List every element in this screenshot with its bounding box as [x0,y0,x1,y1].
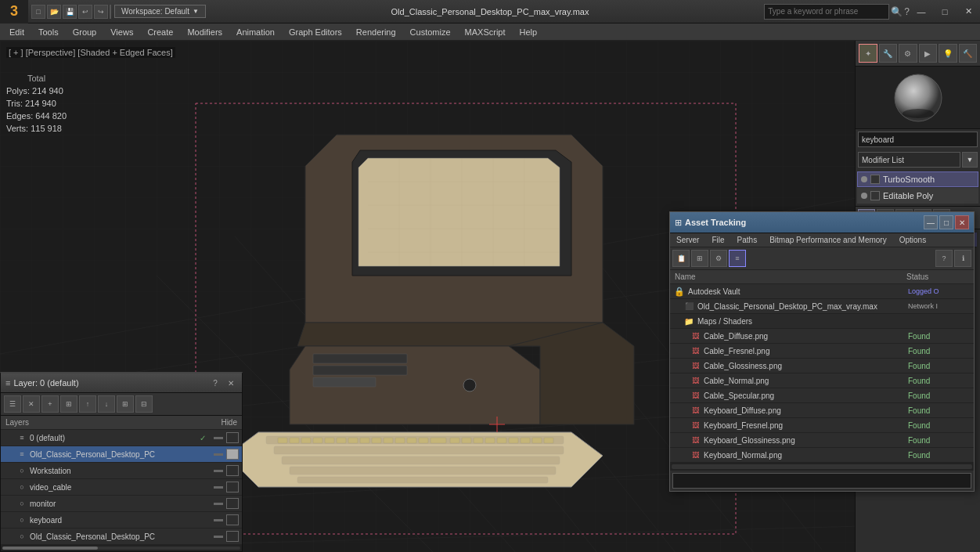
layer-item[interactable]: ○video_cable [1,479,242,496]
at-path-input-area [670,471,974,491]
layer-menu-btn[interactable]: ☰ [4,395,21,413]
layer-item-box[interactable] [226,531,239,542]
layer-item[interactable]: ≡0 (default)✓ [1,430,242,446]
at-menu-server[interactable]: Server [670,233,705,247]
layer-item-hide[interactable] [211,486,226,489]
layer-select-btn[interactable]: ⊞ [60,395,77,413]
at-list-item[interactable]: ⬛Old_Classic_Personal_Desktop_PC_max_vra… [670,299,974,314]
menu-item-graph-editors[interactable]: Graph Editors [283,23,348,41]
layer-help-btn[interactable]: ? [209,377,222,389]
open-btn[interactable]: 📂 [47,5,61,19]
layer-item-hide[interactable] [211,503,226,505]
layer-item-box[interactable] [226,498,239,509]
layer-item[interactable]: ○Old_Classic_Personal_Desktop_PC [1,529,242,545]
close-button[interactable]: ✕ [957,0,980,23]
menu-item-create[interactable]: Create [141,23,179,41]
create-tab[interactable]: ✦ [859,44,877,63]
layer-move-up-btn[interactable]: ↑ [79,395,96,413]
menu-item-customize[interactable]: Customize [404,23,457,41]
at-btn-3[interactable]: ⚙ [710,250,727,267]
at-path-input[interactable] [672,473,971,489]
maximize-button[interactable]: □ [933,0,957,23]
search-icon[interactable]: 🔍 [891,6,903,17]
at-close-btn[interactable]: ✕ [955,215,969,229]
at-menu-file[interactable]: File [705,233,730,247]
layer-item[interactable]: ○keyboard [1,512,242,529]
at-scrollbar[interactable] [670,463,974,471]
layer-item-hide[interactable] [211,470,226,472]
help-icon[interactable]: ? [904,6,910,17]
at-list-item[interactable]: 🖼Keyboard_Glossiness.pngFound [670,433,974,448]
at-btn-4[interactable]: ≡ [729,250,746,267]
at-list-item[interactable]: 🖼Keyboard_Fresnel.pngFound [670,418,974,433]
modifier-list-label[interactable]: Modifier List [858,152,960,168]
menu-item-group[interactable]: Group [67,23,103,41]
at-info-btn[interactable]: ℹ [954,250,971,267]
at-menu-paths[interactable]: Paths [731,233,764,247]
layer-expand-btn[interactable]: ⊞ [117,395,134,413]
at-list-item[interactable]: 🖼Cable_Diffuse.pngFound [670,329,974,344]
workspace-button[interactable]: Workspace: Default [114,5,206,18]
at-help-btn[interactable]: ? [935,250,953,267]
modifier-enable-checkbox[interactable] [870,191,880,200]
layer-item-box[interactable] [226,514,239,525]
at-list-item[interactable]: 📁Maps / Shaders [670,314,974,329]
menu-item-tools[interactable]: Tools [32,23,65,41]
layer-item[interactable]: ≡Old_Classic_Personal_Desktop_PC [1,446,242,463]
at-list-item[interactable]: 🖼Cable_Specular.pngFound [670,388,974,403]
new-btn[interactable]: □ [31,5,45,19]
menu-item-rendering[interactable]: Rendering [350,23,402,41]
layer-collapse-btn[interactable]: ⊟ [135,395,153,413]
layer-item-hide[interactable] [211,437,226,439]
utilities-tab[interactable]: 🔨 [959,44,978,63]
modifier-turbosmooth[interactable]: TurboSmooth [857,171,978,187]
at-list-item[interactable]: 🔒Autodesk VaultLogged O [670,284,974,299]
at-list-item[interactable]: 🖼Keyboard_Normal.pngFound [670,448,974,463]
at-list-item[interactable]: 🖼Cable_Normal.pngFound [670,373,974,388]
layer-item-hide[interactable] [211,519,226,521]
layer-delete-btn[interactable]: ✕ [23,395,40,413]
display-tab[interactable]: 💡 [939,44,957,63]
layer-item-hide[interactable] [211,536,226,538]
layer-item-box[interactable] [226,432,239,443]
layer-item-box[interactable] [226,465,239,476]
minimize-button[interactable]: — [910,0,933,23]
modifier-search-input[interactable] [858,132,978,147]
at-btn-2[interactable]: ⊞ [691,250,708,267]
at-list-item[interactable]: 🖼Keyboard_Diffuse.pngFound [670,403,974,418]
motion-tab[interactable]: ▶ [919,44,938,63]
menu-item-animation[interactable]: Animation [230,23,281,41]
layer-item-hide[interactable] [211,453,226,456]
menu-item-modifiers[interactable]: Modifiers [181,23,229,41]
menu-item-maxscript[interactable]: MAXScript [459,23,512,41]
at-minimize-btn[interactable]: — [924,215,938,229]
menu-item-help[interactable]: Help [513,23,544,41]
hierarchy-tab[interactable]: ⚙ [899,44,917,63]
menu-item-edit[interactable]: Edit [3,23,31,41]
layer-item[interactable]: ○Workstation [1,463,242,479]
layer-scroll-thumb[interactable] [2,547,98,550]
save-btn[interactable]: 💾 [63,5,77,19]
layer-item-box[interactable] [226,449,239,460]
menu-item-views[interactable]: Views [104,23,139,41]
modifier-enable-checkbox[interactable] [870,175,880,184]
layer-move-down-btn[interactable]: ↓ [98,395,115,413]
search-input[interactable] [764,4,889,20]
layer-scrollbar[interactable] [1,545,242,551]
layer-item[interactable]: ○monitor [1,496,242,512]
at-maximize-btn[interactable]: □ [939,215,953,229]
layer-item-check[interactable]: ✓ [195,434,211,442]
at-list-item[interactable]: 🖼Cable_Glossiness.pngFound [670,359,974,373]
modifier-list-arrow[interactable]: ▼ [962,152,978,168]
at-btn-1[interactable]: 📋 [672,250,690,267]
at-list-item[interactable]: 🖼Cable_Fresnel.pngFound [670,344,974,359]
layer-close-btn[interactable]: ✕ [225,377,237,389]
layer-add-btn[interactable]: + [41,395,59,413]
redo-btn[interactable]: ↪ [94,5,108,19]
modifier-editable-poly[interactable]: Editable Poly [857,188,978,204]
layer-item-box[interactable] [226,482,239,492]
at-menu-bitmap-performance-and-memory[interactable]: Bitmap Performance and Memory [763,233,893,247]
at-menu-options[interactable]: Options [893,233,932,247]
undo-btn[interactable]: ↩ [78,5,92,19]
modify-tab[interactable]: 🔧 [879,44,898,63]
